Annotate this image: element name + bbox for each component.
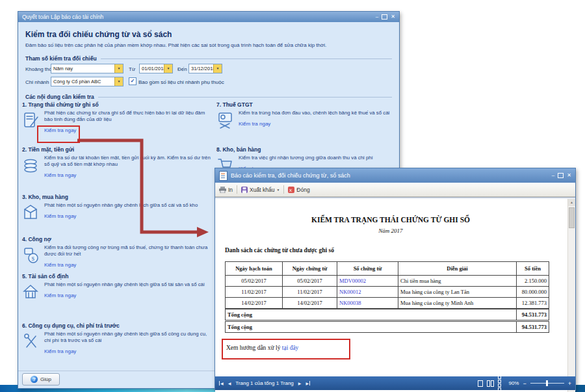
main-window-titlebar: Quyết toán Lập báo cáo tài chính – ✕ [18,12,399,22]
report-page: KIỂM TRA TRẠNG THÁI CHỨNG TỪ GHI SỔ Năm … [215,199,575,392]
tax-invoice-icon [216,110,234,131]
document-number-link[interactable]: MDV00002 [337,276,398,287]
fixed-asset-house-icon [22,281,40,302]
highlight-box-check-now [37,125,80,143]
zoom-in-button[interactable]: + [568,380,571,387]
zoom-slider-thumb[interactable] [546,380,548,386]
params-section-title: Tham số kiểm tra đối chiếu [25,55,97,62]
first-page-button[interactable]: ◀ [219,381,224,385]
close-red-icon: x [288,187,294,193]
from-label: Từ [129,66,135,72]
unposted-documents-table: Ngày hạch toán Ngày chứng từ Số chứng từ… [225,261,549,309]
single-page-view-icon[interactable] [478,380,483,387]
vertical-scrollbar[interactable]: ▲ [567,199,575,392]
main-window-title: Quyết toán Lập báo cáo tài chính [22,14,376,20]
check-now-link[interactable]: Kiểm tra ngay [239,121,270,127]
close-icon[interactable]: ✕ [391,14,395,20]
two-page-view-icon[interactable] [487,380,494,387]
from-date-field[interactable]: 01/01/2018 ▼ [139,64,173,73]
to-label: Đến [177,66,187,72]
document-number-link[interactable]: NK00038 [337,298,398,309]
check-now-link[interactable]: Kiểm tra ngay [44,348,76,354]
check-now-link[interactable]: Kiểm tra ngay [44,293,76,298]
item-title: 5. Tài sản cố định [22,273,217,280]
debt-moneybag-icon: $ [22,244,40,265]
item-title: 1. Trạng thái chứng từ ghi sổ [22,101,217,108]
include-branch-checkbox[interactable]: ✓ [129,77,136,85]
minimize-icon[interactable]: – [552,173,554,178]
content-section-header: Các nội dung cần kiểm tra [25,94,392,100]
chevron-down-icon[interactable]: ▼ [276,188,280,192]
check-item-2: 2. Tiền mặt, tiền gửi Kiểm tra số dư tài… [22,146,217,179]
maximize-icon[interactable] [558,173,564,178]
period-select[interactable]: Năm nay ▼ [51,64,124,73]
check-now-link[interactable]: Kiểm tra ngay [44,262,76,268]
maximize-icon[interactable] [382,14,387,20]
check-item-6: 6. Công cụ dụng cụ, chi phí trả trước Ph… [22,322,217,356]
cash-coins-icon [22,155,40,176]
zoom-level: 90% [508,380,519,386]
chevron-down-icon[interactable]: ▼ [114,77,123,86]
page-indicator: Trang 1 của tổng 1 Trang [235,380,294,386]
check-item-4: 4. Công nợ $ Kiểm tra đối tượng công nợ … [22,236,217,269]
params-section-header: Tham số kiểm tra đối chiếu [25,55,392,62]
total-value: 94.531.773 [517,309,549,320]
report-window-titlebar: Báo cáo kiểm tra, đối chiếu chứng từ, sổ… [215,168,575,183]
print-button[interactable]: In [219,187,233,193]
report-status-bar: ◀ ◀ Trang 1 của tổng 1 Trang ▶ ▶ 90% − + [215,376,575,390]
table-header-row: Ngày hạch toán Ngày chứng từ Số chứng từ… [226,262,549,276]
grid-page-view-icon[interactable] [498,376,504,391]
item-description: Kiểm tra trùng hóa đơn đầu vào, chênh lệ… [239,110,391,116]
total-label: Tổng cộng [226,309,517,320]
to-date-value: 31/12/2018 [191,66,216,72]
item-title: 4. Công nợ [22,236,217,242]
print-button-label: In [228,187,233,193]
chevron-down-icon[interactable]: ▼ [114,64,123,73]
check-item-5: 5. Tài sản cố định Phát hiện một số nguy… [22,273,217,302]
zoom-out-button[interactable]: − [523,380,526,387]
report-toolbar: In Xuất khẩu ▼ x Đóng [215,183,575,197]
col-posting-date: Ngày hạch toán [226,262,283,276]
check-now-link[interactable]: Kiểm tra ngay [44,172,76,178]
include-branch-label: Bao gồm số liệu chi nhánh phụ thuộc [138,79,224,85]
col-amount: Số tiền [517,262,549,276]
next-page-button[interactable]: ▶ [298,381,302,385]
item-description: Phát hiện một số nguyên nhân gây chênh l… [44,202,214,209]
previous-page-button[interactable]: ◀ [228,381,231,385]
table-row: 11/02/2017 11/02/2017 NK00012 Mua hàng c… [226,287,549,298]
item-title: 2. Tiền mặt, tiền gửi [22,146,217,153]
item-description: Kiểm tra việc ghi nhận tương ứng giữa do… [239,155,391,161]
zoom-slider[interactable] [530,383,564,384]
table-row: 05/02/2017 05/02/2017 MDV00002 Chi tiền … [226,276,549,287]
close-report-button[interactable]: x Đóng [288,187,309,193]
col-document-number: Số chứng từ [337,262,398,276]
item-title: 6. Công cụ dụng cụ, chi phí trả trước [22,322,217,329]
item-description: Phát hiện các chứng từ chưa ghi sổ để th… [44,110,214,123]
total-row: Tổng cộng 94.531.773 [225,309,549,320]
last-page-button[interactable]: ▶ [306,381,310,385]
branch-label: Chi nhánh [25,79,49,85]
to-date-field[interactable]: 31/12/2018 ▼ [188,64,222,73]
printer-icon [219,187,226,193]
check-icon: ✓ [131,78,135,84]
branch-select[interactable]: Công ty Cổ phần ABC ▼ [51,77,124,86]
close-icon[interactable]: ✕ [567,173,571,178]
export-button-label: Xuất khẩu [250,187,274,193]
chevron-down-icon[interactable]: ▼ [213,64,222,73]
from-date-value: 01/01/2018 [142,66,166,72]
grand-total-value: 94.531.773 [517,322,549,333]
minimize-icon[interactable]: – [376,14,378,20]
document-number-link[interactable]: NK00012 [337,287,398,298]
report-subtitle: Năm 2017 [215,228,566,234]
help-button[interactable]: ? Giúp [22,373,60,385]
scroll-up-icon[interactable]: ▲ [568,199,575,206]
tools-icon [22,331,40,352]
check-now-link[interactable]: Kiểm tra ngay [44,213,76,219]
svg-text:x: x [289,187,292,193]
item-description: Phát hiện một số nguyên nhân gây chênh l… [44,331,214,344]
table-row: 14/02/2017 14/02/2017 NK00038 Mua hàng c… [226,298,549,309]
vertical-scroll-thumb[interactable] [569,207,575,228]
chevron-down-icon[interactable]: ▼ [164,64,172,73]
export-button[interactable]: Xuất khẩu ▼ [241,187,280,193]
svg-text:$: $ [32,255,35,262]
